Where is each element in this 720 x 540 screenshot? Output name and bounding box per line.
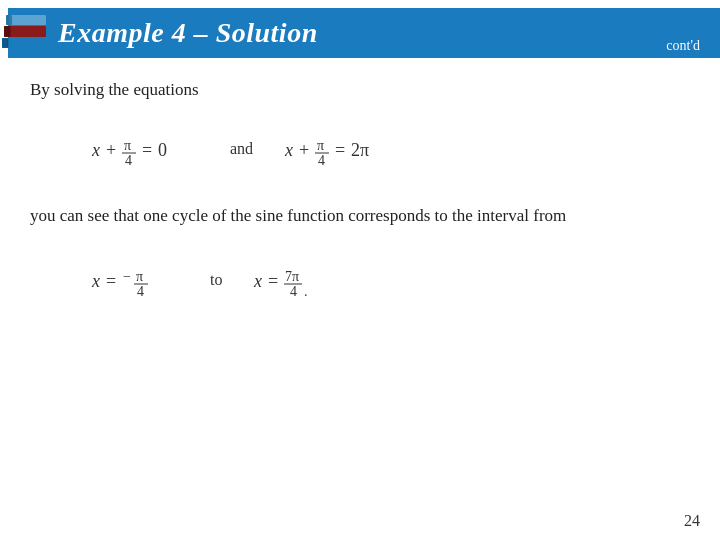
svg-text:π: π [124, 138, 131, 153]
book-stack-icon [0, 0, 50, 55]
svg-text:4: 4 [137, 284, 144, 299]
equation-row-1: x + π 4 = 0 and x + π 4 = [30, 130, 690, 168]
svg-text:7π: 7π [285, 269, 299, 284]
svg-rect-0 [2, 38, 46, 48]
equation-3: x = − π 4 [90, 259, 180, 301]
and-connector: and [230, 140, 253, 158]
description-text: you can see that one cycle of the sine f… [30, 203, 690, 229]
svg-text:2π: 2π [351, 140, 369, 160]
svg-text:π: π [136, 269, 143, 284]
svg-rect-3 [4, 26, 10, 37]
svg-text:−: − [123, 269, 131, 284]
svg-text:+: + [299, 140, 309, 160]
svg-text:=: = [106, 271, 116, 291]
main-content: By solving the equations x + π 4 = 0 and… [30, 70, 690, 500]
svg-text:x: x [284, 140, 293, 160]
header-bar: Example 4 – Solution cont'd [8, 8, 720, 58]
svg-text:+: + [106, 140, 116, 160]
svg-rect-1 [2, 38, 8, 48]
equation-4: x = 7π 4 . [252, 259, 352, 301]
svg-rect-5 [6, 15, 12, 25]
svg-rect-2 [4, 26, 46, 37]
to-connector: to [210, 271, 222, 289]
svg-text:.: . [304, 284, 308, 299]
page-number: 24 [684, 512, 700, 530]
subtitle-text: By solving the equations [30, 80, 690, 100]
svg-text:π: π [317, 138, 324, 153]
equation-row-2: x = − π 4 to x = 7π 4 . [30, 259, 690, 301]
svg-text:0: 0 [158, 140, 167, 160]
svg-text:x: x [253, 271, 262, 291]
svg-text:x: x [91, 271, 100, 291]
svg-text:4: 4 [318, 153, 325, 168]
equation-1: x + π 4 = 0 [90, 130, 200, 168]
page-title: Example 4 – Solution [58, 17, 318, 49]
svg-text:4: 4 [290, 284, 297, 299]
svg-text:4: 4 [125, 153, 132, 168]
svg-text:=: = [142, 140, 152, 160]
contd-label: cont'd [666, 38, 700, 58]
svg-text:=: = [268, 271, 278, 291]
equation-2: x + π 4 = 2π [283, 130, 413, 168]
svg-text:x: x [91, 140, 100, 160]
svg-text:=: = [335, 140, 345, 160]
